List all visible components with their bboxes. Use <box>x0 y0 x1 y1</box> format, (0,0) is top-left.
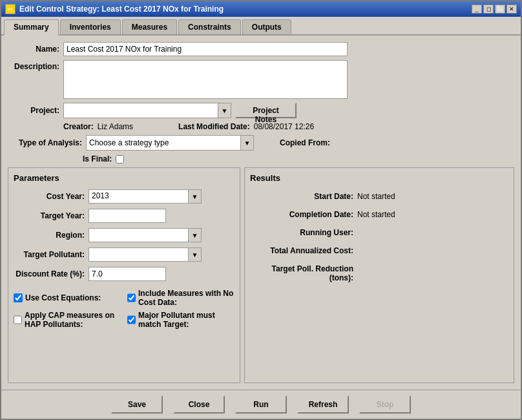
region-label: Region: <box>14 231 85 240</box>
include-measures-item: Include Measures with No Cost Data: <box>127 289 235 307</box>
parameters-title: Parameters <box>14 173 235 183</box>
description-row: Description: <box>8 60 514 99</box>
target-year-row: Target Year: <box>14 209 235 223</box>
type-of-analysis-text: Choose a strategy type <box>87 137 240 149</box>
target-poll-reduction-row: Target Poll. Reduction (tons): <box>250 263 508 284</box>
target-year-label: Target Year: <box>14 211 85 220</box>
target-pollutant-text <box>89 248 188 261</box>
region-row: Region: ▼ <box>14 228 235 242</box>
is-final-row: Is Final: <box>83 154 514 163</box>
project-dropdown-text <box>64 109 218 112</box>
project-dropdown-wrap: ▼ <box>63 103 231 118</box>
start-date-label: Start Date: <box>250 192 353 201</box>
tab-constraints[interactable]: Constraints <box>178 19 241 34</box>
restore-button[interactable]: ◻ <box>483 5 494 14</box>
type-of-analysis-dropdown-wrap: Choose a strategy type ▼ <box>86 135 254 151</box>
last-modified-row: Last Modified Date: 08/08/2017 12:26 <box>178 122 314 131</box>
tab-bar: Summary Inventories Measures Constraints… <box>1 17 521 36</box>
use-cost-equations-checkbox[interactable] <box>14 293 23 302</box>
meta-row: Creator: Liz Adams Last Modified Date: 0… <box>63 122 514 131</box>
region-arrow[interactable]: ▼ <box>188 229 201 242</box>
target-pollutant-arrow[interactable]: ▼ <box>188 248 201 261</box>
tab-outputs[interactable]: Outputs <box>242 19 291 34</box>
completion-date-row: Completion Date: Not started <box>250 209 508 220</box>
project-row: Project: ▼ Project Notes <box>8 103 514 118</box>
window-icon: ✏ <box>5 4 16 14</box>
discount-rate-label: Discount Rate (%): <box>14 269 85 278</box>
region-dropdown-wrap: ▼ <box>89 228 202 242</box>
last-modified-label: Last Modified Date: <box>178 122 250 131</box>
target-year-input[interactable] <box>89 209 166 223</box>
cost-year-row: Cost Year: 2013 ▼ <box>14 189 235 204</box>
close-button[interactable]: Close <box>173 395 225 414</box>
project-dropdown-arrow[interactable]: ▼ <box>218 103 231 118</box>
cost-year-dropdown-wrap: 2013 ▼ <box>89 189 202 204</box>
is-final-checkbox[interactable] <box>116 155 124 163</box>
title-bar: ✏ Edit Control Strategy: Least Cost 2017… <box>1 1 521 17</box>
panels-row: Parameters Cost Year: 2013 ▼ Target Year… <box>8 167 514 383</box>
parameters-panel: Parameters Cost Year: 2013 ▼ Target Year… <box>8 167 240 383</box>
analysis-copied-row: Type of Analysis: Choose a strategy type… <box>8 135 514 151</box>
cost-year-text: 2013 <box>89 190 188 203</box>
name-label: Name: <box>8 45 59 54</box>
main-content: Name: Description: Project: ▼ Project No… <box>1 36 521 390</box>
apply-cap-checkbox[interactable] <box>14 315 22 324</box>
total-annualized-cost-row: Total Annualized Cost: <box>250 245 508 257</box>
minimize-button[interactable]: _ <box>472 5 482 14</box>
save-button[interactable]: Save <box>111 395 163 414</box>
region-text <box>89 229 188 242</box>
apply-cap-item: Apply CAP measures on HAP Pollutants: <box>14 311 121 329</box>
name-row: Name: <box>8 42 514 56</box>
close-button[interactable]: ✕ <box>506 5 517 14</box>
main-window: ✏ Edit Control Strategy: Least Cost 2017… <box>0 0 522 420</box>
completion-date-value: Not started <box>357 210 395 219</box>
use-cost-equations-label: Use Cost Equations: <box>25 293 101 302</box>
bottom-bar: Save Close Run Refresh Stop <box>1 390 521 419</box>
tab-summary[interactable]: Summary <box>4 19 59 36</box>
description-textarea[interactable] <box>63 60 348 99</box>
use-cost-equations-item: Use Cost Equations: <box>14 289 121 307</box>
results-panel: Results Start Date: Not started Completi… <box>244 167 514 383</box>
checkbox-section: Use Cost Equations: Include Measures wit… <box>14 289 235 329</box>
refresh-button[interactable]: Refresh <box>297 395 349 414</box>
start-date-value: Not started <box>357 192 395 201</box>
window-title: Edit Control Strategy: Least Cost 2017 N… <box>19 5 224 14</box>
creator-row: Creator: Liz Adams <box>63 122 133 131</box>
type-of-analysis-row: Type of Analysis: Choose a strategy type… <box>8 135 254 151</box>
copied-from-row: Copied From: <box>280 138 334 147</box>
target-pollutant-label: Target Pollutant: <box>14 250 85 259</box>
discount-rate-input[interactable] <box>89 267 166 281</box>
completion-date-label: Completion Date: <box>250 210 353 219</box>
target-pollutant-row: Target Pollutant: ▼ <box>14 247 235 262</box>
type-of-analysis-arrow[interactable]: ▼ <box>240 136 253 150</box>
running-user-row: Running User: <box>250 227 508 238</box>
include-measures-label: Include Measures with No Cost Data: <box>138 289 235 307</box>
project-notes-button[interactable]: Project Notes <box>235 103 297 118</box>
title-buttons: _ ◻ ⬜ ✕ <box>472 5 517 14</box>
target-pollutant-dropdown-wrap: ▼ <box>89 247 202 262</box>
cost-year-arrow[interactable]: ▼ <box>188 190 201 203</box>
project-label: Project: <box>8 106 59 115</box>
include-measures-checkbox[interactable] <box>127 293 136 302</box>
major-pollutant-checkbox[interactable] <box>127 315 136 324</box>
description-label: Description: <box>8 60 59 71</box>
running-user-label: Running User: <box>250 228 353 237</box>
apply-cap-label: Apply CAP measures on HAP Pollutants: <box>25 311 121 329</box>
major-pollutant-item: Major Pollutant must match Target: <box>127 311 235 329</box>
major-pollutant-label: Major Pollutant must match Target: <box>138 311 235 329</box>
creator-label: Creator: <box>63 122 94 131</box>
maximize-button[interactable]: ⬜ <box>495 5 505 14</box>
type-of-analysis-label: Type of Analysis: <box>8 138 82 147</box>
last-modified-value: 08/08/2017 12:26 <box>254 122 314 131</box>
discount-rate-row: Discount Rate (%): <box>14 267 235 281</box>
project-select-wrap: ▼ Project Notes <box>63 103 297 118</box>
tab-measures[interactable]: Measures <box>122 19 177 34</box>
stop-button[interactable]: Stop <box>359 395 411 414</box>
name-input[interactable] <box>63 42 348 56</box>
creator-value: Liz Adams <box>98 122 133 131</box>
cost-year-label: Cost Year: <box>14 192 85 201</box>
is-final-label: Is Final: <box>83 154 112 163</box>
copied-from-label: Copied From: <box>280 138 330 147</box>
run-button[interactable]: Run <box>235 395 287 414</box>
tab-inventories[interactable]: Inventories <box>60 19 121 34</box>
